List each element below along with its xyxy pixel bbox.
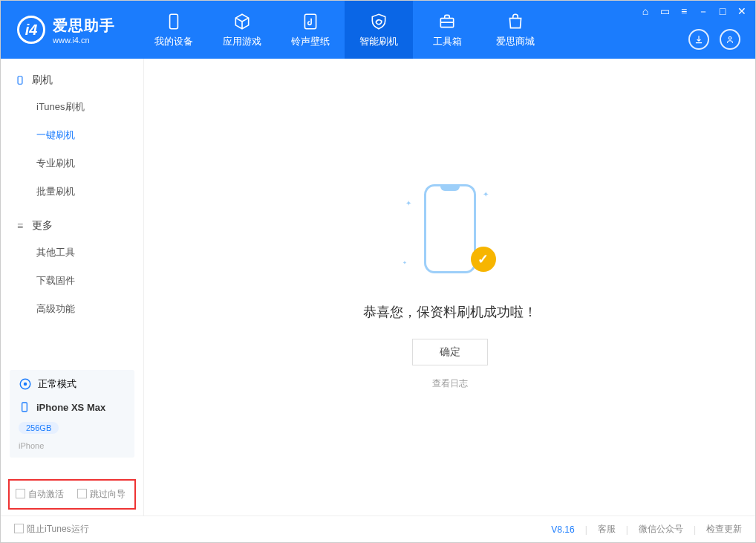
- ok-button[interactable]: 确定: [412, 339, 488, 365]
- list-icon: ≡: [14, 220, 26, 232]
- toolbox-icon: [437, 12, 457, 31]
- device-card[interactable]: iPhone XS Max 256GB iPhone: [10, 394, 134, 458]
- app-logo-icon: i4: [17, 16, 45, 44]
- account-button[interactable]: [720, 29, 740, 50]
- sidebar-item-download-firmware[interactable]: 下载固件: [1, 267, 143, 295]
- checkbox-label: 自动激活: [28, 489, 64, 499]
- sidebar-item-itunes-flash[interactable]: iTunes刷机: [1, 93, 143, 121]
- svg-point-6: [24, 383, 27, 386]
- music-file-icon: [301, 12, 320, 31]
- sidebar: 刷机 iTunes刷机 一键刷机 专业刷机 批量刷机 ≡ 更多 其他工具 下载固…: [1, 59, 144, 516]
- nav-ringtones[interactable]: 铃声壁纸: [276, 1, 345, 59]
- app-title: 爱思助手: [53, 16, 115, 36]
- mode-icon: [19, 377, 32, 391]
- nav-label: 应用游戏: [223, 35, 261, 48]
- phone-icon: [14, 75, 26, 85]
- nav-toolbox[interactable]: 工具箱: [413, 1, 481, 59]
- sidebar-item-pro-flash[interactable]: 专业刷机: [1, 149, 143, 178]
- minimize-button[interactable]: －: [697, 5, 709, 19]
- maximize-button[interactable]: □: [717, 5, 729, 19]
- logo-area: i4 爱思助手 www.i4.cn: [1, 16, 128, 45]
- device-icon: [164, 12, 183, 31]
- window-controls: ⌂ ▭ ≡ － □ ✕: [639, 5, 748, 19]
- device-name: iPhone XS Max: [36, 402, 105, 413]
- nav-my-device[interactable]: 我的设备: [140, 1, 208, 59]
- nav-apps-games[interactable]: 应用游戏: [208, 1, 276, 59]
- sidebar-item-oneclick-flash[interactable]: 一键刷机: [1, 121, 143, 149]
- sidebar-group-more[interactable]: ≡ 更多: [1, 213, 143, 238]
- main-nav: 我的设备 应用游戏 铃声壁纸 智能刷机 工具箱 爱思商城: [140, 1, 550, 59]
- sidebar-item-advanced[interactable]: 高级功能: [1, 295, 143, 323]
- sidebar-group-title: 更多: [32, 219, 53, 233]
- footer: 阻止iTunes运行 V8.16 | 客服 | 微信公众号 | 检查更新: [1, 516, 755, 542]
- svg-rect-1: [304, 14, 316, 29]
- checkbox-icon: [16, 489, 25, 498]
- footer-wechat-link[interactable]: 微信公众号: [639, 523, 683, 536]
- nav-label: 我的设备: [154, 35, 193, 48]
- svg-rect-7: [22, 403, 27, 412]
- nav-store[interactable]: 爱思商城: [481, 1, 550, 59]
- version-label: V8.16: [551, 524, 574, 535]
- sidebar-group-flash[interactable]: 刷机: [1, 68, 143, 93]
- checkbox-auto-activate[interactable]: 自动激活: [16, 488, 64, 501]
- footer-update-link[interactable]: 检查更新: [706, 523, 742, 536]
- svg-rect-0: [170, 14, 178, 29]
- cube-icon: [232, 12, 252, 31]
- nav-label: 智能刷机: [359, 35, 398, 48]
- nav-label: 工具箱: [433, 35, 462, 48]
- nav-label: 铃声壁纸: [291, 35, 330, 48]
- checkbox-block-itunes[interactable]: 阻止iTunes运行: [14, 523, 89, 536]
- sidebar-item-batch-flash[interactable]: 批量刷机: [1, 178, 143, 206]
- nav-smart-flash[interactable]: 智能刷机: [345, 1, 413, 59]
- refresh-shield-icon: [369, 12, 388, 31]
- feedback-icon[interactable]: ▭: [659, 5, 671, 19]
- sidebar-group-title: 刷机: [32, 74, 53, 87]
- options-highlight-box: 自动激活 跳过向导: [8, 479, 136, 510]
- checkbox-icon: [77, 489, 87, 498]
- success-message: 恭喜您，保资料刷机成功啦！: [363, 303, 537, 321]
- sparkle-icon: ✦: [483, 190, 489, 198]
- checkbox-icon: [14, 524, 24, 533]
- shirt-icon[interactable]: ⌂: [639, 5, 651, 19]
- device-small-icon: [19, 401, 30, 413]
- download-button[interactable]: [688, 29, 709, 50]
- bag-icon: [506, 12, 525, 31]
- svg-point-3: [729, 37, 731, 40]
- checkbox-label: 跳过向导: [90, 489, 126, 499]
- success-illustration: ✦ ✦ ✦ ✓: [405, 184, 495, 288]
- main-content: ✦ ✦ ✦ ✓ 恭喜您，保资料刷机成功啦！ 确定 查看日志: [144, 59, 755, 516]
- device-storage-badge: 256GB: [19, 422, 59, 434]
- sparkle-icon: ✦: [403, 260, 407, 266]
- menu-icon[interactable]: ≡: [678, 5, 690, 19]
- mode-label: 正常模式: [38, 377, 76, 391]
- app-subtitle: www.i4.cn: [53, 36, 115, 45]
- check-badge-icon: ✓: [471, 247, 496, 272]
- phone-illustration-icon: [424, 184, 476, 273]
- nav-label: 爱思商城: [496, 35, 535, 48]
- header: i4 爱思助手 www.i4.cn 我的设备 应用游戏 铃声壁纸 智能刷机 工具…: [1, 1, 755, 59]
- view-log-link[interactable]: 查看日志: [432, 377, 468, 390]
- close-button[interactable]: ✕: [736, 5, 748, 19]
- device-type: iPhone: [19, 441, 44, 450]
- sidebar-item-other-tools[interactable]: 其他工具: [1, 238, 143, 267]
- footer-service-link[interactable]: 客服: [598, 523, 616, 536]
- svg-rect-4: [18, 77, 22, 85]
- checkbox-skip-guide[interactable]: 跳过向导: [77, 488, 126, 501]
- sparkle-icon: ✦: [405, 199, 411, 207]
- checkbox-label: 阻止iTunes运行: [27, 524, 89, 534]
